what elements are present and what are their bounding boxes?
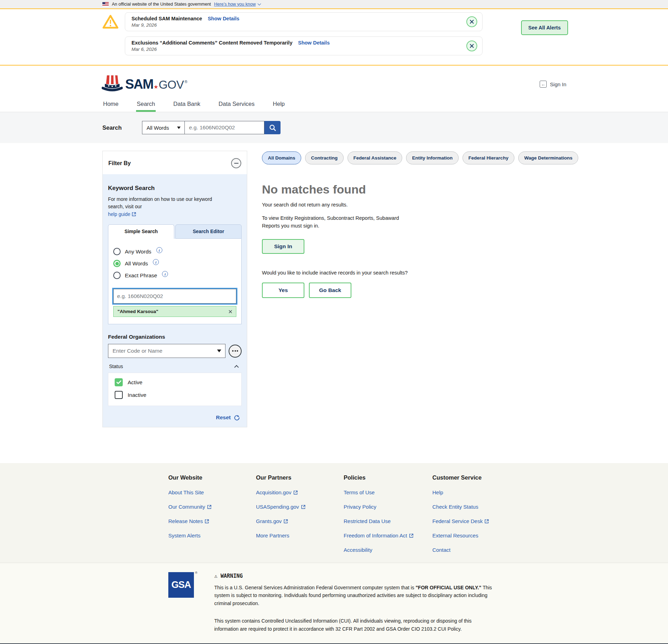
footer-link-grants-gov[interactable]: Grants.gov: [256, 518, 344, 524]
footer-link-release-notes[interactable]: Release Notes: [168, 518, 256, 524]
banner-how-you-know-link[interactable]: Here’s how you know: [214, 2, 256, 7]
sam-gov-logo[interactable]: SAM ★ GOV ®: [102, 75, 187, 94]
domain-pill-federal-hierarchy[interactable]: Federal Hierarchy: [463, 151, 514, 164]
gov-banner: An official website of the United States…: [0, 0, 668, 9]
warning-paragraph-1: This is a U.S. General Services Administ…: [214, 584, 493, 607]
info-icon[interactable]: i: [156, 247, 162, 253]
us-flag-icon: [102, 2, 109, 6]
alert-close-button[interactable]: [466, 16, 477, 27]
filter-panel: Filter By Keyword Search For more inform…: [102, 151, 247, 427]
reset-filters-button[interactable]: Reset: [108, 414, 242, 421]
external-link-icon: [293, 490, 298, 495]
active-label: Active: [128, 379, 142, 386]
footer-link-federal-service-desk[interactable]: Federal Service Desk: [432, 518, 538, 524]
footer-link-usaspending-gov[interactable]: USASpending.gov: [256, 504, 344, 510]
search-mode-select[interactable]: All Words: [142, 121, 185, 134]
alert-title: Exclusions “Additional Comments” Content…: [131, 40, 292, 46]
reset-label: Reset: [216, 414, 231, 421]
footer-column-our-website: Our Website About This Site Our Communit…: [168, 474, 256, 561]
status-heading: Status: [109, 364, 123, 369]
nav-item-search[interactable]: Search: [136, 98, 156, 112]
domain-pill-wage-determinations[interactable]: Wage Determinations: [518, 151, 579, 164]
sign-in-button[interactable]: Sign In: [262, 239, 304, 254]
tab-simple-search[interactable]: Simple Search: [108, 224, 174, 239]
warning-paragraph-2: This system contains Controlled Unclassi…: [214, 617, 493, 633]
alert-close-button[interactable]: [466, 41, 477, 52]
external-link-icon: [284, 519, 288, 523]
external-link-icon: [207, 505, 211, 509]
domain-pill-contracting[interactable]: Contracting: [305, 151, 344, 164]
yes-button[interactable]: Yes: [262, 283, 304, 298]
tab-search-editor[interactable]: Search Editor: [175, 224, 242, 239]
federal-organizations-input[interactable]: [108, 344, 225, 358]
footer-link-accessibility[interactable]: Accessibility: [344, 547, 432, 553]
footer-link-acquisition-gov[interactable]: Acquisition.gov: [256, 489, 344, 495]
alert-card: Exclusions “Additional Comments” Content…: [125, 36, 483, 55]
federal-organizations-combobox[interactable]: [108, 344, 225, 358]
browse-organizations-button[interactable]: [229, 345, 242, 358]
all-words-radio[interactable]: [113, 260, 121, 267]
search-submit-button[interactable]: [264, 121, 281, 134]
nav-item-help[interactable]: Help: [272, 98, 285, 112]
domain-pill-all-domains[interactable]: All Domains: [262, 151, 301, 164]
help-guide-link[interactable]: help guide: [108, 211, 136, 218]
filter-panel-title: Filter By: [108, 160, 131, 167]
tag-remove-button[interactable]: [229, 310, 232, 313]
external-link-icon: [132, 212, 136, 216]
nav-item-data-bank[interactable]: Data Bank: [173, 98, 201, 112]
main-nav: Home Search Data Bank Data Services Help: [0, 98, 668, 112]
combobox-arrow-icon[interactable]: [217, 350, 221, 352]
alert-show-details-link[interactable]: Show Details: [298, 40, 330, 46]
warning-icon: ⚠: [214, 573, 217, 579]
footer-link-help[interactable]: Help: [432, 489, 538, 495]
keyword-tag: "Ahmed Karsoua": [113, 306, 236, 317]
footer-link-foia[interactable]: Freedom of Information Act: [344, 533, 432, 538]
footer-link-about-this-site[interactable]: About This Site: [168, 489, 256, 495]
reset-icon: [234, 415, 240, 421]
federal-organizations-heading: Federal Organizations: [108, 334, 242, 340]
info-icon[interactable]: i: [153, 259, 159, 265]
footer-link-terms-of-use[interactable]: Terms of Use: [344, 489, 432, 495]
footer-link-privacy-policy[interactable]: Privacy Policy: [344, 504, 432, 510]
sign-in-link[interactable]: ← Sign In: [540, 81, 566, 88]
footer-column-policies: Policies Terms of Use Privacy Policy Res…: [344, 474, 432, 561]
alert-date: Mar 6, 2026: [131, 47, 461, 52]
alert-title: Scheduled SAM Maintenance: [131, 16, 202, 21]
alert-row: Exclusions “Additional Comments” Content…: [102, 36, 483, 55]
main-content: Filter By Keyword Search For more inform…: [0, 143, 668, 463]
no-results-text: Your search did not return any results.: [262, 202, 654, 208]
see-all-alerts-button[interactable]: See All Alerts: [521, 20, 568, 35]
status-accordion-toggle[interactable]: Status: [108, 358, 242, 373]
search-icon: [269, 124, 276, 131]
nav-item-home[interactable]: Home: [102, 98, 119, 112]
nav-item-data-services[interactable]: Data Services: [218, 98, 255, 112]
inactive-checkbox[interactable]: [115, 391, 123, 399]
footer-link-our-community[interactable]: Our Community: [168, 504, 256, 510]
domain-pill-entity-information[interactable]: Entity Information: [406, 151, 459, 164]
active-checkbox[interactable]: [115, 378, 123, 386]
check-icon: [116, 380, 121, 384]
any-words-radio[interactable]: [113, 248, 121, 255]
footer-link-restricted-data-use[interactable]: Restricted Data Use: [344, 518, 432, 524]
all-words-label: All Words: [125, 260, 148, 267]
go-back-button[interactable]: Go Back: [309, 283, 351, 298]
domain-pill-federal-assistance[interactable]: Federal Assistance: [348, 151, 403, 164]
chevron-up-icon: [234, 365, 239, 370]
footer-link-system-alerts[interactable]: System Alerts: [168, 533, 256, 538]
footer-link-more-partners[interactable]: More Partners: [256, 533, 344, 538]
external-link-icon: [409, 534, 413, 538]
filter-collapse-button[interactable]: [231, 158, 241, 168]
info-icon[interactable]: i: [162, 271, 168, 277]
footer-link-check-entity-status[interactable]: Check Entity Status: [432, 504, 538, 510]
footer-link-contact[interactable]: Contact: [432, 547, 538, 553]
footer-link-external-resources[interactable]: External Resources: [432, 533, 538, 538]
exact-phrase-radio[interactable]: [113, 272, 121, 279]
chevron-down-icon: [258, 2, 261, 6]
simple-search-tab-content: Any Words i All Words i Exact Phrase i "…: [108, 239, 242, 324]
sign-in-note: To view Entity Registrations, Subcontrac…: [262, 215, 411, 230]
alert-show-details-link[interactable]: Show Details: [208, 16, 239, 21]
status-options: Active Inactive: [108, 373, 242, 406]
keyword-search-input[interactable]: [113, 289, 236, 304]
global-search-input[interactable]: [185, 121, 264, 134]
search-band: Search All Words: [0, 112, 668, 143]
